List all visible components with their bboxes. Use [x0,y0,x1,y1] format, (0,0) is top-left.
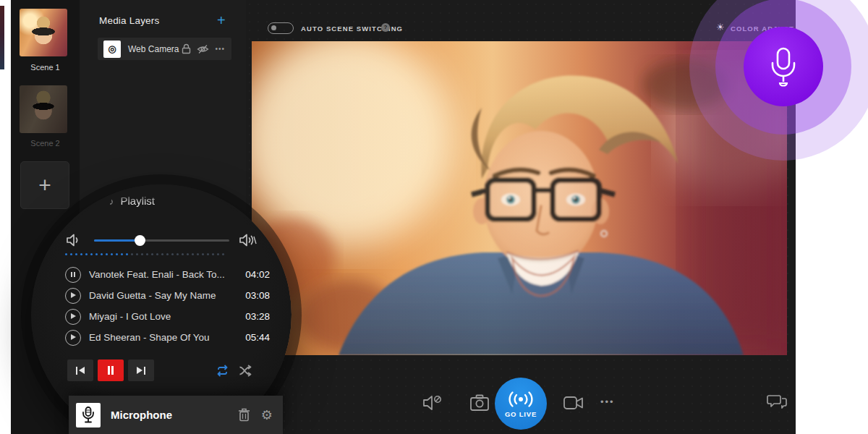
track-duration: 03:28 [245,311,270,322]
volume-fill [94,239,140,242]
track-title: Ed Sheeran - Shape Of You [89,332,245,343]
microphone-source-row[interactable]: Microphone ⚙ [69,396,283,434]
target-glyph: ◎ [108,43,116,54]
volume-slider[interactable] [94,239,229,242]
microphone-icon [768,46,799,88]
track-duration: 05:44 [245,332,270,343]
plus-icon: + [217,12,226,28]
go-live-button[interactable]: GO LIVE [495,378,547,430]
add-scene-button[interactable]: + [20,161,69,209]
track-progress-dots[interactable] [65,253,239,255]
track-row[interactable]: Ed Sheeran - Shape Of You 05:44 [65,327,270,348]
more-options-icon[interactable]: ••• [600,396,615,407]
broadcast-app-screenshot: Scene 1 Scene 2 + Media Layers + ◎ Web C… [0,0,868,434]
scene-2-label: Scene 2 [11,139,80,148]
play-track-icon[interactable] [65,309,81,325]
scene-1-preview-image [20,9,67,56]
add-layer-button[interactable]: + [217,12,226,29]
track-title: Miyagi - I Got Love [89,311,245,322]
track-row[interactable]: David Guetta - Say My Name 03:08 [65,285,270,306]
track-duration: 04:02 [245,269,270,280]
track-row[interactable]: Vanotek Feat. Enali - Back To... 04:02 [65,264,270,285]
broadcast-icon [506,390,535,409]
pause-track-icon[interactable] [65,267,81,283]
go-live-label: GO LIVE [505,410,537,418]
volume-low-icon[interactable] [64,231,83,250]
track-duration: 03:08 [245,290,270,301]
play-track-icon[interactable] [65,330,81,346]
mute-speaker-icon[interactable] [422,393,445,412]
repeat-icon[interactable] [216,365,229,377]
track-title: David Guetta - Say My Name [89,290,245,301]
toggle-knob [271,25,276,30]
webcam-layer-icon: ◎ [103,41,121,58]
help-icon[interactable]: ? [381,23,390,32]
microphone-source-icon [76,403,101,427]
settings-gear-icon[interactable]: ⚙ [261,409,273,422]
cropped-thumbnail-sliver [0,6,4,69]
play-track-icon[interactable] [65,288,81,304]
track-row[interactable]: Miyagi - I Got Love 03:28 [65,306,270,327]
layer-row-web-camera[interactable]: ◎ Web Camera ••• [98,38,231,60]
playlist-header: ♪ Playlist [109,195,155,207]
transport-controls [67,359,255,382]
video-camera-icon[interactable] [563,395,584,411]
playlist-title: Playlist [121,195,156,207]
scene-2-thumbnail[interactable] [20,85,67,133]
volume-high-icon[interactable] [238,231,258,250]
microphone-highlight-button[interactable] [744,27,823,106]
playlist-tracks: Vanotek Feat. Enali - Back To... 04:02 D… [65,264,270,348]
visibility-off-icon[interactable] [197,44,209,54]
chat-icon[interactable] [767,392,788,412]
microphone-label: Microphone [111,409,238,421]
scene-2-preview-image [20,85,67,133]
layer-name: Web Camera [128,44,182,54]
lock-icon[interactable] [182,43,191,54]
volume-row [31,229,292,252]
volume-slider-thumb[interactable] [135,235,145,246]
snapshot-camera-icon[interactable] [469,393,490,412]
shuffle-icon[interactable] [239,365,252,377]
next-track-button[interactable] [128,359,154,381]
music-note-icon: ♪ [109,196,114,207]
auto-scene-switching-toggle[interactable] [268,22,294,34]
layer-more-icon[interactable]: ••• [215,45,225,53]
scene-1-label: Scene 1 [11,63,80,72]
scene-1-thumbnail[interactable] [20,9,67,56]
pause-button[interactable] [98,359,124,381]
previous-track-button[interactable] [67,359,93,381]
plus-icon: + [38,173,51,197]
track-title: Vanotek Feat. Enali - Back To... [89,269,245,280]
media-layers-title: Media Layers [99,15,159,26]
delete-icon[interactable] [238,408,250,422]
